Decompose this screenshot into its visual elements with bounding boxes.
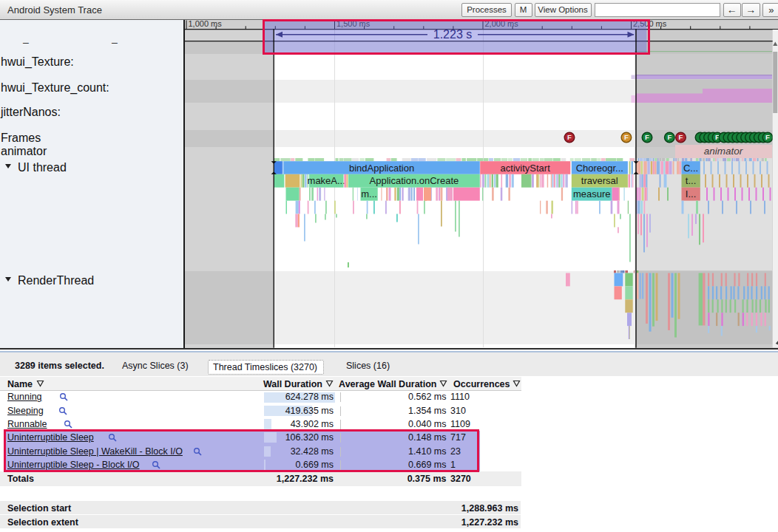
svg-text:C...: C... [683, 163, 698, 174]
svg-text:I...: I... [686, 188, 696, 200]
svg-text:bindApplication: bindApplication [349, 163, 414, 174]
svg-text:F: F [765, 133, 770, 141]
svg-text:Choreogr...: Choreogr... [576, 163, 623, 174]
svg-text:F: F [645, 133, 649, 141]
svg-text:traversal: traversal [581, 175, 618, 186]
svg-text:F: F [624, 133, 629, 141]
svg-text:measure: measure [573, 188, 611, 200]
svg-text:F: F [679, 133, 683, 141]
svg-text:activityStart: activityStart [501, 163, 551, 174]
svg-text:animator: animator [704, 146, 743, 157]
svg-text:t...: t... [686, 175, 696, 186]
svg-text:1,000 ms: 1,000 ms [189, 20, 223, 28]
svg-text:F: F [567, 133, 572, 141]
svg-text:Application.onCreate: Application.onCreate [370, 175, 459, 186]
svg-text:m...: m... [361, 188, 377, 200]
svg-text:makeA...: makeA... [308, 175, 345, 186]
svg-text:F: F [667, 133, 672, 141]
